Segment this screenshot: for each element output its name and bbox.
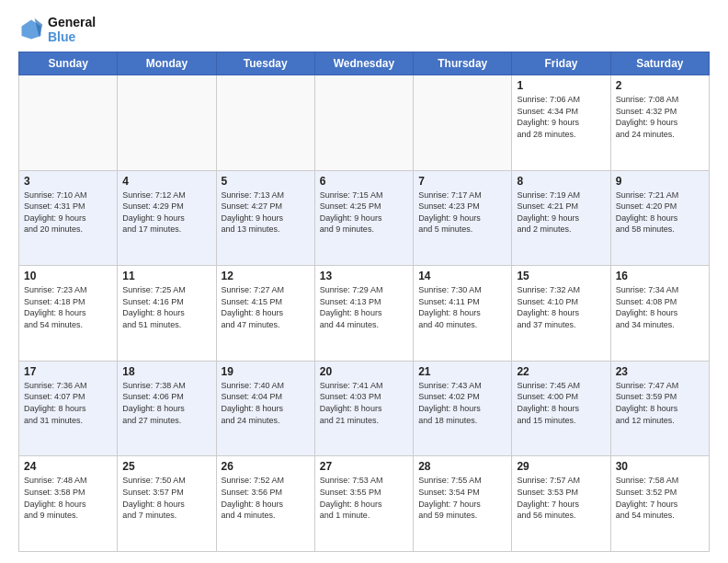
- calendar-cell: [118, 75, 216, 171]
- calendar-cell: 2Sunrise: 7:08 AM Sunset: 4:32 PM Daylig…: [610, 75, 709, 171]
- header: General Blue: [18, 15, 710, 44]
- day-info: Sunrise: 7:30 AM Sunset: 4:11 PM Dayligh…: [418, 284, 506, 330]
- day-number: 10: [24, 270, 112, 282]
- calendar-cell: 26Sunrise: 7:52 AM Sunset: 3:56 PM Dayli…: [216, 456, 314, 552]
- calendar-week-2: 3Sunrise: 7:10 AM Sunset: 4:31 PM Daylig…: [19, 170, 710, 266]
- day-number: 14: [418, 270, 506, 282]
- calendar-cell: 19Sunrise: 7:40 AM Sunset: 4:04 PM Dayli…: [216, 361, 314, 456]
- day-info: Sunrise: 7:43 AM Sunset: 4:02 PM Dayligh…: [418, 380, 506, 426]
- day-number: 13: [320, 270, 408, 282]
- calendar-cell: 22Sunrise: 7:45 AM Sunset: 4:00 PM Dayli…: [512, 361, 610, 456]
- calendar-cell: 30Sunrise: 7:58 AM Sunset: 3:52 PM Dayli…: [610, 456, 709, 552]
- day-number: 15: [517, 270, 605, 282]
- calendar-cell: 24Sunrise: 7:48 AM Sunset: 3:58 PM Dayli…: [19, 456, 118, 552]
- weekday-header-saturday: Saturday: [610, 52, 709, 75]
- day-info: Sunrise: 7:57 AM Sunset: 3:53 PM Dayligh…: [517, 475, 605, 521]
- day-number: 28: [418, 460, 506, 473]
- day-info: Sunrise: 7:53 AM Sunset: 3:55 PM Dayligh…: [320, 475, 408, 521]
- calendar-cell: 21Sunrise: 7:43 AM Sunset: 4:02 PM Dayli…: [414, 361, 512, 456]
- day-number: 30: [616, 460, 704, 473]
- logo-text: General Blue: [48, 15, 96, 44]
- calendar-cell: [19, 75, 118, 171]
- day-number: 1: [517, 79, 605, 92]
- day-info: Sunrise: 7:27 AM Sunset: 4:15 PM Dayligh…: [222, 284, 310, 330]
- weekday-header-wednesday: Wednesday: [314, 52, 413, 75]
- day-info: Sunrise: 7:23 AM Sunset: 4:18 PM Dayligh…: [24, 284, 112, 330]
- day-info: Sunrise: 7:19 AM Sunset: 4:21 PM Dayligh…: [517, 190, 605, 236]
- weekday-header-monday: Monday: [118, 52, 216, 75]
- day-info: Sunrise: 7:13 AM Sunset: 4:27 PM Dayligh…: [222, 190, 310, 236]
- day-number: 22: [517, 365, 605, 378]
- day-info: Sunrise: 7:10 AM Sunset: 4:31 PM Dayligh…: [24, 190, 112, 236]
- day-info: Sunrise: 7:52 AM Sunset: 3:56 PM Dayligh…: [222, 475, 310, 521]
- calendar-cell: 9Sunrise: 7:21 AM Sunset: 4:20 PM Daylig…: [610, 170, 709, 266]
- day-number: 6: [320, 175, 408, 188]
- logo: General Blue: [18, 15, 96, 44]
- day-number: 19: [222, 365, 310, 378]
- day-number: 24: [24, 460, 112, 473]
- day-number: 23: [616, 365, 704, 378]
- day-number: 3: [24, 175, 112, 188]
- calendar-cell: 5Sunrise: 7:13 AM Sunset: 4:27 PM Daylig…: [216, 170, 314, 266]
- calendar-cell: [314, 75, 413, 171]
- calendar-cell: 20Sunrise: 7:41 AM Sunset: 4:03 PM Dayli…: [314, 361, 413, 456]
- day-info: Sunrise: 7:50 AM Sunset: 3:57 PM Dayligh…: [122, 475, 210, 521]
- calendar-cell: 15Sunrise: 7:32 AM Sunset: 4:10 PM Dayli…: [512, 266, 610, 362]
- day-number: 25: [122, 460, 210, 473]
- calendar-table: SundayMondayTuesdayWednesdayThursdayFrid…: [18, 52, 710, 552]
- day-info: Sunrise: 7:36 AM Sunset: 4:07 PM Dayligh…: [24, 380, 112, 426]
- day-number: 26: [222, 460, 310, 473]
- weekday-header-row: SundayMondayTuesdayWednesdayThursdayFrid…: [19, 52, 710, 75]
- day-number: 5: [222, 175, 310, 188]
- calendar-cell: 18Sunrise: 7:38 AM Sunset: 4:06 PM Dayli…: [118, 361, 216, 456]
- day-info: Sunrise: 7:34 AM Sunset: 4:08 PM Dayligh…: [616, 284, 704, 330]
- day-number: 21: [418, 365, 506, 378]
- day-info: Sunrise: 7:21 AM Sunset: 4:20 PM Dayligh…: [616, 190, 704, 236]
- calendar-week-1: 1Sunrise: 7:06 AM Sunset: 4:34 PM Daylig…: [19, 75, 710, 171]
- calendar-cell: 4Sunrise: 7:12 AM Sunset: 4:29 PM Daylig…: [118, 170, 216, 266]
- day-number: 9: [616, 175, 704, 188]
- calendar-cell: [216, 75, 314, 171]
- calendar-cell: 25Sunrise: 7:50 AM Sunset: 3:57 PM Dayli…: [118, 456, 216, 552]
- calendar-cell: 12Sunrise: 7:27 AM Sunset: 4:15 PM Dayli…: [216, 266, 314, 362]
- weekday-header-thursday: Thursday: [414, 52, 512, 75]
- page: General Blue SundayMondayTuesdayWednesda…: [0, 0, 728, 563]
- calendar-cell: 29Sunrise: 7:57 AM Sunset: 3:53 PM Dayli…: [512, 456, 610, 552]
- day-number: 18: [122, 365, 210, 378]
- calendar-cell: 3Sunrise: 7:10 AM Sunset: 4:31 PM Daylig…: [19, 170, 118, 266]
- day-info: Sunrise: 7:29 AM Sunset: 4:13 PM Dayligh…: [320, 284, 408, 330]
- day-info: Sunrise: 7:48 AM Sunset: 3:58 PM Dayligh…: [24, 475, 112, 521]
- weekday-header-friday: Friday: [512, 52, 610, 75]
- day-info: Sunrise: 7:17 AM Sunset: 4:23 PM Dayligh…: [418, 190, 506, 236]
- weekday-header-tuesday: Tuesday: [216, 52, 314, 75]
- day-number: 17: [24, 365, 112, 378]
- day-info: Sunrise: 7:25 AM Sunset: 4:16 PM Dayligh…: [122, 284, 210, 330]
- calendar-cell: 17Sunrise: 7:36 AM Sunset: 4:07 PM Dayli…: [19, 361, 118, 456]
- day-number: 2: [616, 79, 704, 92]
- day-info: Sunrise: 7:15 AM Sunset: 4:25 PM Dayligh…: [320, 190, 408, 236]
- calendar-cell: 13Sunrise: 7:29 AM Sunset: 4:13 PM Dayli…: [314, 266, 413, 362]
- calendar-cell: [414, 75, 512, 171]
- calendar-cell: 28Sunrise: 7:55 AM Sunset: 3:54 PM Dayli…: [414, 456, 512, 552]
- day-info: Sunrise: 7:32 AM Sunset: 4:10 PM Dayligh…: [517, 284, 605, 330]
- calendar-cell: 14Sunrise: 7:30 AM Sunset: 4:11 PM Dayli…: [414, 266, 512, 362]
- day-info: Sunrise: 7:38 AM Sunset: 4:06 PM Dayligh…: [122, 380, 210, 426]
- logo-icon: [18, 17, 44, 42]
- calendar-cell: 6Sunrise: 7:15 AM Sunset: 4:25 PM Daylig…: [314, 170, 413, 266]
- calendar-cell: 10Sunrise: 7:23 AM Sunset: 4:18 PM Dayli…: [19, 266, 118, 362]
- day-info: Sunrise: 7:55 AM Sunset: 3:54 PM Dayligh…: [418, 475, 506, 521]
- calendar-cell: 11Sunrise: 7:25 AM Sunset: 4:16 PM Dayli…: [118, 266, 216, 362]
- day-number: 11: [122, 270, 210, 282]
- day-number: 12: [222, 270, 310, 282]
- day-number: 16: [616, 270, 704, 282]
- day-info: Sunrise: 7:41 AM Sunset: 4:03 PM Dayligh…: [320, 380, 408, 426]
- weekday-header-sunday: Sunday: [19, 52, 118, 75]
- day-info: Sunrise: 7:40 AM Sunset: 4:04 PM Dayligh…: [222, 380, 310, 426]
- day-info: Sunrise: 7:06 AM Sunset: 4:34 PM Dayligh…: [517, 94, 605, 140]
- day-number: 27: [320, 460, 408, 473]
- calendar-week-5: 24Sunrise: 7:48 AM Sunset: 3:58 PM Dayli…: [19, 456, 710, 552]
- day-info: Sunrise: 7:47 AM Sunset: 3:59 PM Dayligh…: [616, 380, 704, 426]
- day-number: 8: [517, 175, 605, 188]
- calendar-cell: 8Sunrise: 7:19 AM Sunset: 4:21 PM Daylig…: [512, 170, 610, 266]
- calendar-cell: 7Sunrise: 7:17 AM Sunset: 4:23 PM Daylig…: [414, 170, 512, 266]
